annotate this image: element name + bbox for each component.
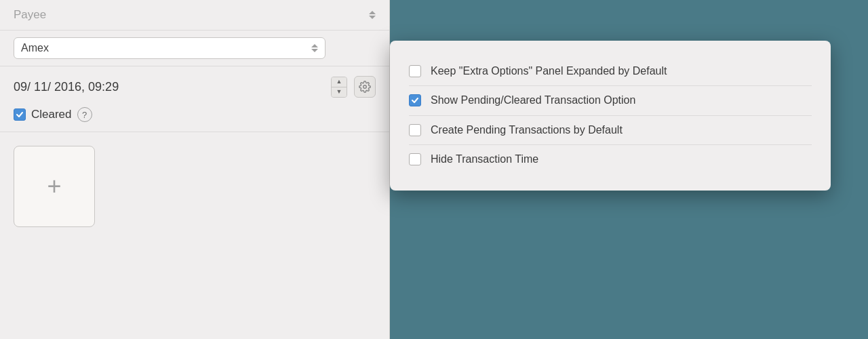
popup-item: Create Pending Transactions by Default <box>409 116 812 145</box>
popup-item-label: Show Pending/Cleared Transaction Option <box>431 93 635 108</box>
popup-checkbox-show-pending-cleared[interactable] <box>409 94 421 106</box>
checkmark-icon <box>16 111 24 119</box>
plus-icon: + <box>47 172 61 201</box>
cleared-row: Cleared ? <box>0 103 389 132</box>
plus-btn-row: + <box>0 132 389 241</box>
popup-checkbox-hide-transaction-time[interactable] <box>409 153 421 165</box>
datetime-row: 09/ 11/ 2016, 09:29 ▲ ▼ <box>0 66 389 103</box>
checkmark-icon <box>411 96 419 104</box>
payee-row: Payee <box>0 0 389 31</box>
svg-point-0 <box>363 85 367 89</box>
question-mark: ? <box>82 110 87 120</box>
popup-item-label: Hide Transaction Time <box>431 152 538 167</box>
popup-item: Show Pending/Cleared Transaction Option <box>409 86 812 115</box>
chevron-up-icon <box>369 11 376 14</box>
left-panel: Payee Amex 09/ 11/ 2016, 09:29 ▲ ▼ <box>0 0 390 339</box>
datetime-stepper[interactable]: ▲ ▼ <box>331 77 347 98</box>
popup-item: Hide Transaction Time <box>409 145 812 174</box>
datetime-text: 09/ 11/ 2016, 09:29 <box>14 80 119 94</box>
cleared-checkbox[interactable] <box>14 108 26 121</box>
popup-item: Keep "Extra Options" Panel Expanded by D… <box>409 57 812 86</box>
popup-item-label: Create Pending Transactions by Default <box>431 123 623 138</box>
datetime-controls: ▲ ▼ <box>331 76 376 98</box>
amex-select-value: Amex <box>21 42 49 54</box>
gear-button[interactable] <box>354 76 376 98</box>
datetime-step-down[interactable]: ▼ <box>332 87 347 97</box>
amex-stepper[interactable] <box>311 44 318 52</box>
popup-checkbox-create-pending[interactable] <box>409 124 421 136</box>
datetime-step-up[interactable]: ▲ <box>332 77 347 87</box>
popup-panel: Keep "Extra Options" Panel Expanded by D… <box>390 41 831 191</box>
chevron-up-icon <box>311 44 318 47</box>
payee-label: Payee <box>14 8 46 22</box>
add-button[interactable]: + <box>14 146 95 227</box>
gear-icon <box>359 81 371 93</box>
help-button[interactable]: ? <box>77 107 92 122</box>
payee-stepper[interactable] <box>369 11 376 19</box>
chevron-down-icon <box>311 49 318 52</box>
cleared-label: Cleared <box>31 108 72 121</box>
amex-select[interactable]: Amex <box>14 37 326 59</box>
amex-row: Amex <box>0 31 389 66</box>
popup-checkbox-keep-extra-options[interactable] <box>409 65 421 77</box>
chevron-down-icon <box>369 16 376 19</box>
popup-item-label: Keep "Extra Options" Panel Expanded by D… <box>431 64 667 79</box>
